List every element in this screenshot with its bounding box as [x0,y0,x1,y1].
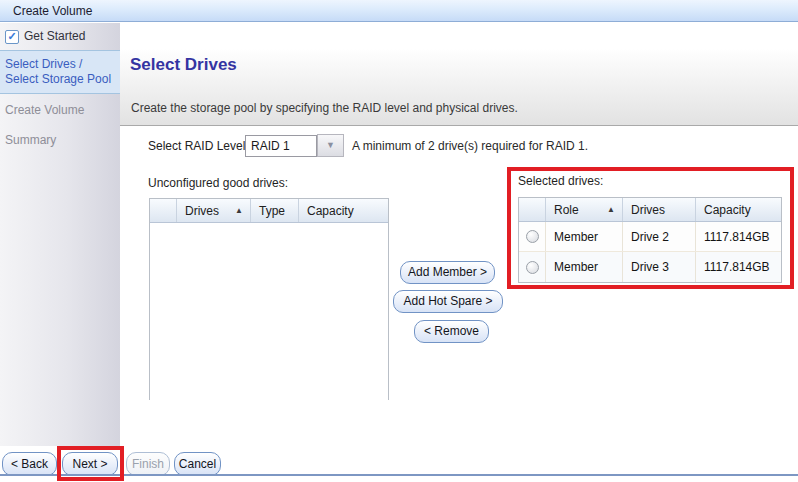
unconfigured-table-header: Drives ▲ Type Capacity [150,199,388,223]
sort-asc-icon: ▲ [607,205,615,214]
table-row[interactable]: Member Drive 3 1117.814GB [519,252,781,282]
column-header-capacity[interactable]: Capacity [299,199,388,222]
sidebar-item-select-drives[interactable]: Select Drives / Select Storage Pool [0,51,120,94]
capacity-cell: 1117.814GB [696,252,781,282]
back-button[interactable]: < Back [2,452,57,476]
role-cell: Member [546,222,623,251]
drive-cell: Drive 2 [623,222,696,251]
step-label: Create Volume [5,103,84,117]
column-label: Drives [631,203,665,217]
step-label: Select Drives / Select Storage Pool [5,57,111,86]
table-row[interactable]: Member Drive 2 1117.814GB [519,222,781,252]
page-description: Create the storage pool by specifying th… [131,101,518,115]
row-select-cell [519,252,546,282]
unconfigured-drives-label: Unconfigured good drives: [148,176,288,190]
next-button[interactable]: Next > [62,452,118,476]
role-cell: Member [546,252,623,282]
wizard-steps-sidebar: ✓ Get Started Select Drives / Select Sto… [0,23,120,446]
window-title: Create Volume [13,4,92,18]
raid-level-label: Select RAID Level: [148,139,249,153]
radio-button[interactable] [526,230,539,243]
sidebar-item-get-started[interactable]: ✓ Get Started [0,23,120,51]
column-label: Capacity [704,203,751,217]
raid-level-select[interactable]: RAID 1 [245,135,317,157]
page-header-band: Select Drives Create the storage pool by… [120,23,798,126]
add-member-button[interactable]: Add Member > [400,261,495,284]
window-titlebar: Create Volume [0,0,798,22]
column-header-select [150,199,177,222]
column-header-role[interactable]: Role ▲ [546,198,623,221]
capacity-cell: 1117.814GB [696,222,781,251]
finish-button: Finish [126,452,170,476]
selected-drives-label: Selected drives: [518,174,603,188]
column-label: Capacity [307,204,354,218]
drive-cell: Drive 3 [623,252,696,282]
column-label: Role [554,203,579,217]
unconfigured-drives-table: Drives ▲ Type Capacity [149,198,389,400]
column-header-type[interactable]: Type [251,199,299,222]
raid-minimum-hint: A minimum of 2 drive(s) required for RAI… [352,139,588,153]
column-label: Type [259,204,285,218]
sidebar-item-create-volume: Create Volume [0,94,120,124]
sidebar-item-summary: Summary [0,124,120,154]
step-label: Summary [5,133,56,147]
create-volume-wizard: Create Volume ✓ Get Started Select Drive… [0,0,798,482]
selected-drives-table: Role ▲ Drives Capacity Member Drive 2 11… [518,197,782,283]
chevron-down-icon: ▼ [326,140,335,150]
column-header-select [519,198,546,221]
row-select-cell [519,222,546,251]
column-label: Drives [185,204,219,218]
unconfigured-drives-table-body [150,223,388,401]
step-label: Get Started [24,29,85,44]
column-header-drives[interactable]: Drives ▲ [177,199,251,222]
column-header-capacity[interactable]: Capacity [696,198,781,221]
add-hot-spare-button[interactable]: Add Hot Spare > [393,290,503,313]
radio-button[interactable] [526,261,539,274]
footer-divider [0,474,798,476]
step-completed-check-icon: ✓ [5,30,19,44]
selected-table-header: Role ▲ Drives Capacity [519,198,781,222]
page-title: Select Drives [130,55,237,75]
remove-button[interactable]: < Remove [414,320,489,343]
raid-level-value: RAID 1 [251,139,290,153]
cancel-button[interactable]: Cancel [174,452,221,476]
sort-asc-icon: ▲ [235,206,243,215]
raid-level-dropdown-button[interactable]: ▼ [317,134,344,157]
column-header-drives[interactable]: Drives [623,198,696,221]
